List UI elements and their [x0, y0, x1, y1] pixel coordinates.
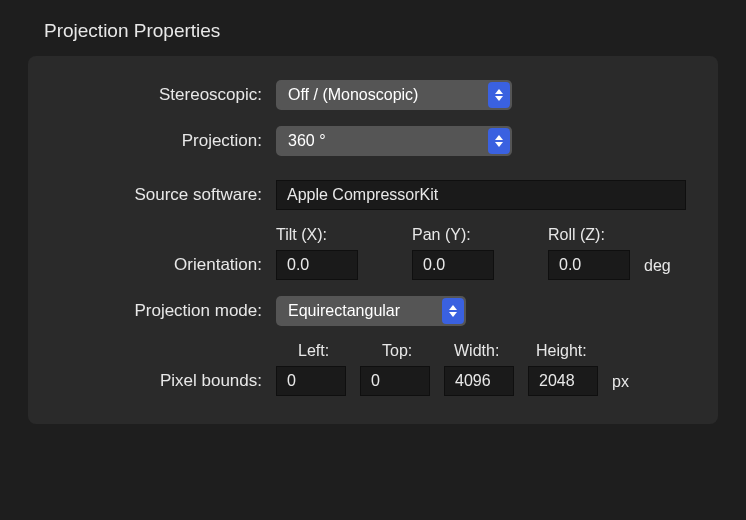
projection-mode-select[interactable]: Equirectangular — [276, 296, 466, 326]
projection-row: Projection: 360 ° — [28, 126, 690, 156]
tilt-x-input[interactable] — [276, 250, 358, 280]
projection-mode-label: Projection mode: — [28, 301, 276, 321]
section-title: Projection Properties — [44, 20, 732, 42]
roll-z-label: Roll (Z): — [548, 226, 630, 244]
pixel-bounds-row: Pixel bounds: Left: Top: Width: Height: — [28, 342, 690, 396]
pan-y-input[interactable] — [412, 250, 494, 280]
projection-mode-value: Equirectangular — [288, 302, 400, 320]
source-software-input[interactable] — [276, 180, 686, 210]
roll-z-input[interactable] — [548, 250, 630, 280]
projection-value: 360 ° — [288, 132, 326, 150]
deg-unit: deg — [644, 257, 671, 280]
updown-arrows-icon — [488, 82, 510, 108]
source-software-row: Source software: — [28, 180, 690, 210]
source-software-label: Source software: — [28, 185, 276, 205]
pixel-bounds-label: Pixel bounds: — [28, 371, 276, 396]
width-input[interactable] — [444, 366, 514, 396]
projection-label: Projection: — [28, 131, 276, 151]
stereoscopic-value: Off / (Monoscopic) — [288, 86, 418, 104]
properties-panel: Stereoscopic: Off / (Monoscopic) Project… — [28, 56, 718, 424]
projection-select[interactable]: 360 ° — [276, 126, 512, 156]
width-label: Width: — [444, 342, 514, 360]
updown-arrows-icon — [488, 128, 510, 154]
left-label: Left: — [276, 342, 346, 360]
projection-mode-row: Projection mode: Equirectangular — [28, 296, 690, 326]
updown-arrows-icon — [442, 298, 464, 324]
orientation-row: Orientation: Tilt (X): Pan (Y): Roll (Z)… — [28, 226, 690, 280]
stereoscopic-select[interactable]: Off / (Monoscopic) — [276, 80, 512, 110]
left-input[interactable] — [276, 366, 346, 396]
stereoscopic-label: Stereoscopic: — [28, 85, 276, 105]
px-unit: px — [612, 373, 629, 396]
top-label: Top: — [360, 342, 430, 360]
height-label: Height: — [528, 342, 598, 360]
top-input[interactable] — [360, 366, 430, 396]
height-input[interactable] — [528, 366, 598, 396]
pan-y-label: Pan (Y): — [412, 226, 494, 244]
orientation-label: Orientation: — [28, 255, 276, 280]
stereoscopic-row: Stereoscopic: Off / (Monoscopic) — [28, 80, 690, 110]
tilt-x-label: Tilt (X): — [276, 226, 358, 244]
